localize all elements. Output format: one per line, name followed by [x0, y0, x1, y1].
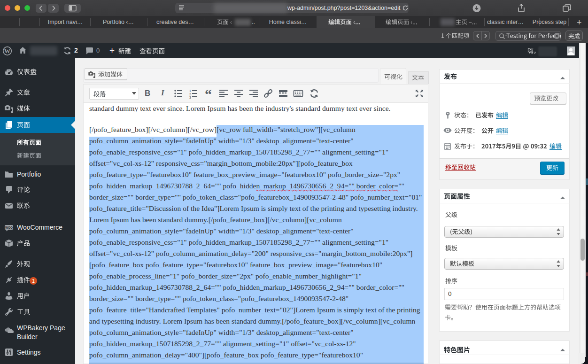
svg-text:3: 3	[189, 96, 191, 99]
svg-text:WOO: WOO	[5, 226, 13, 229]
svg-text:2: 2	[189, 93, 191, 96]
svg-text:1: 1	[189, 89, 191, 93]
svg-text:W: W	[4, 47, 10, 54]
